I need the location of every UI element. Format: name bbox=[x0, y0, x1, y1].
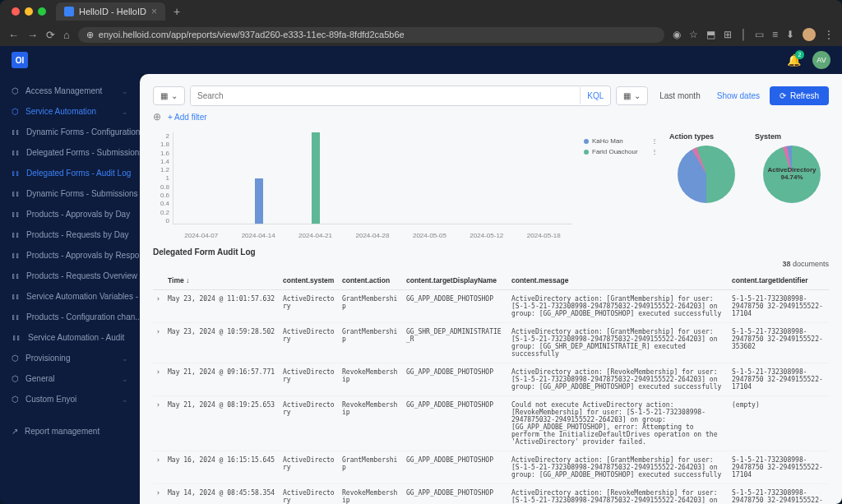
sidebar-item[interactable]: ⫾⫾Products - Requests Overview bbox=[0, 266, 140, 286]
sidebar-item[interactable]: ⫾⫾Products - Configuration chan... bbox=[0, 307, 140, 327]
expand-row-icon[interactable]: › bbox=[153, 484, 164, 505]
bookmark-icon[interactable]: ☆ bbox=[689, 29, 698, 40]
show-dates-link[interactable]: Show dates bbox=[712, 91, 765, 100]
cell-message: Could not execute ActiveDirectory action… bbox=[508, 396, 729, 451]
nav-group-provisioning[interactable]: ⬡Provisioning ⌄ bbox=[0, 348, 140, 368]
col-identifier[interactable]: content.targetIdentifier bbox=[729, 271, 829, 290]
eye-icon[interactable]: ◉ bbox=[673, 29, 681, 40]
nav-group-general[interactable]: ⬡General ⌄ bbox=[0, 368, 140, 389]
pie-system: System ActiveDirectory94.74% bbox=[755, 132, 829, 239]
cell-time: May 23, 2024 @ 11:01:57.632 bbox=[164, 290, 280, 323]
download-icon[interactable]: ⬇ bbox=[786, 29, 794, 40]
cell-system: ActiveDirectory bbox=[280, 290, 339, 323]
cell-time: May 16, 2024 @ 16:15:15.645 bbox=[164, 451, 280, 484]
col-target[interactable]: content.targetDisplayName bbox=[403, 271, 508, 290]
col-action[interactable]: content.action bbox=[339, 271, 403, 290]
cell-identifier: S-1-5-21-732308998-29478750 32-294915552… bbox=[729, 290, 829, 323]
cell-identifier: (empty) bbox=[729, 396, 829, 451]
new-tab-button[interactable]: + bbox=[173, 5, 180, 18]
cell-time: May 23, 2024 @ 10:59:28.502 bbox=[164, 323, 280, 363]
bar[interactable] bbox=[255, 178, 263, 224]
chevron-down-icon: ⌄ bbox=[634, 91, 641, 100]
col-message[interactable]: content.message bbox=[508, 271, 729, 290]
legend-item[interactable]: Farid Ouachour⋮ bbox=[584, 148, 658, 155]
nav-group-access[interactable]: ⬡Access Management ⌄ bbox=[0, 81, 140, 101]
browser-tab[interactable]: HelloID - HelloID × bbox=[56, 2, 165, 21]
address-bar[interactable]: ⊕ enyoi.helloid.com/app/reports/view/937… bbox=[78, 27, 665, 43]
chart-icon: ⫾⫾ bbox=[12, 210, 20, 219]
list-icon[interactable]: ≡ bbox=[772, 29, 778, 40]
audit-log-table: Time ↓ content.system content.action con… bbox=[153, 271, 829, 504]
chart-icon: ⫾⫾ bbox=[12, 230, 20, 239]
expand-row-icon[interactable]: › bbox=[153, 451, 164, 484]
date-picker-button[interactable]: ▦⌄ bbox=[616, 86, 648, 105]
sidebar-item[interactable]: ⫾⫾Dynamic Forms - Submissions bbox=[0, 183, 140, 204]
query-toolbar: ▦⌄ KQL ▦⌄ Last month Show dates ⟳Refresh bbox=[153, 86, 829, 106]
add-filter-link[interactable]: + Add filter bbox=[168, 113, 207, 122]
search-input[interactable] bbox=[191, 86, 580, 105]
minimize-window-icon[interactable] bbox=[25, 7, 33, 16]
profile-avatar-icon[interactable] bbox=[803, 28, 816, 41]
legend-item[interactable]: KaHo Man⋮ bbox=[584, 137, 658, 145]
reload-button[interactable]: ⟳ bbox=[46, 29, 55, 41]
table-row: ›May 16, 2024 @ 16:15:15.645ActiveDirect… bbox=[153, 451, 829, 484]
sidebar-item[interactable]: ⫾⫾Delegated Forms - Submissions bbox=[0, 142, 140, 163]
expand-row-icon[interactable]: › bbox=[153, 396, 164, 451]
cast-icon[interactable]: ▭ bbox=[755, 29, 764, 40]
chart-icon: ⫾⫾ bbox=[12, 169, 20, 178]
expand-row-icon[interactable]: › bbox=[153, 323, 164, 363]
cell-system: ActiveDirectory bbox=[280, 451, 339, 484]
expand-row-icon[interactable]: › bbox=[153, 290, 164, 323]
extension-icon[interactable]: ⬒ bbox=[706, 29, 715, 40]
expand-row-icon[interactable]: › bbox=[153, 363, 164, 396]
kql-toggle[interactable]: KQL bbox=[580, 87, 610, 104]
filter-settings-icon[interactable]: ⊕ bbox=[153, 111, 161, 123]
legend-menu-icon[interactable]: ⋮ bbox=[651, 148, 658, 155]
legend-menu-icon[interactable]: ⋮ bbox=[651, 137, 658, 145]
cell-action: RevokeMembership bbox=[339, 363, 403, 396]
notifications-icon[interactable]: 🔔2 bbox=[787, 53, 801, 67]
search-box: KQL bbox=[190, 86, 611, 106]
external-link-icon: ↗ bbox=[12, 427, 18, 436]
cell-message: ActiveDirectory action: [GrantMembership… bbox=[508, 451, 729, 484]
table-row: ›May 14, 2024 @ 08:45:58.354ActiveDirect… bbox=[153, 484, 829, 505]
table-row: ›May 23, 2024 @ 10:59:28.502ActiveDirect… bbox=[153, 323, 829, 363]
sidebar-item[interactable]: ⫾⫾Delegated Forms - Audit Log bbox=[0, 163, 140, 183]
charts-row: 21.81.61.41.210.80.60.40.20 2024-04-0720… bbox=[153, 132, 829, 239]
pie-chart-system[interactable]: ActiveDirectory94.74% bbox=[763, 146, 821, 203]
nav-report-management[interactable]: ↗Report management bbox=[0, 421, 140, 442]
sidebar-item[interactable]: ⫾⫾Dynamic Forms - Configuration... bbox=[0, 122, 140, 142]
cell-target: GG_APP_ADOBE_PHOTOSHOP bbox=[403, 451, 508, 484]
view-options-button[interactable]: ▦⌄ bbox=[153, 86, 185, 105]
chevron-down-icon: ⌄ bbox=[122, 354, 128, 363]
date-range-label[interactable]: Last month bbox=[653, 87, 706, 104]
sidebar-item[interactable]: ⫾⫾Service Automation - Audit bbox=[0, 327, 140, 348]
sidebar-item[interactable]: ⫾⫾Service Automation Variables - ... bbox=[0, 286, 140, 307]
cell-message: ActiveDirectory action: [RevokeMembershi… bbox=[508, 363, 729, 396]
sidebar-item[interactable]: ⫾⫾Products - Requests by Day bbox=[0, 224, 140, 245]
cube-icon: ⬡ bbox=[12, 374, 19, 383]
forward-button[interactable]: → bbox=[27, 29, 38, 41]
sidebar-item[interactable]: ⫾⫾Products - Approvals by Respo... bbox=[0, 245, 140, 266]
close-window-icon[interactable] bbox=[12, 7, 20, 16]
home-button[interactable]: ⌂ bbox=[63, 29, 70, 41]
refresh-button[interactable]: ⟳Refresh bbox=[770, 86, 829, 105]
pie-chart-actions[interactable] bbox=[678, 146, 735, 203]
menu-icon[interactable]: ⋮ bbox=[824, 29, 834, 40]
user-avatar[interactable]: AV bbox=[812, 51, 830, 69]
puzzle-icon[interactable]: ⊞ bbox=[724, 29, 732, 40]
site-info-icon[interactable]: ⊕ bbox=[86, 30, 94, 40]
app-logo[interactable]: OI bbox=[12, 52, 28, 68]
sidebar-item[interactable]: ⫾⫾Products - Approvals by Day bbox=[0, 204, 140, 224]
back-button[interactable]: ← bbox=[8, 29, 19, 41]
cell-action: GrantMembership bbox=[339, 451, 403, 484]
close-tab-icon[interactable]: × bbox=[151, 6, 157, 17]
cell-identifier: S-1-5-21-732308998-29478750 32-294915552… bbox=[729, 363, 829, 396]
nav-group-custom[interactable]: ⬡Custom Enyoi ⌄ bbox=[0, 389, 140, 409]
col-time[interactable]: Time ↓ bbox=[164, 271, 280, 290]
bar[interactable] bbox=[312, 132, 320, 224]
cell-target: GG_SHR_DEP_ADMINISTRATIE_R bbox=[403, 323, 508, 363]
col-system[interactable]: content.system bbox=[280, 271, 339, 290]
maximize-window-icon[interactable] bbox=[38, 7, 46, 16]
nav-group-service-automation[interactable]: ⬡Service Automation ⌄ bbox=[0, 101, 140, 122]
